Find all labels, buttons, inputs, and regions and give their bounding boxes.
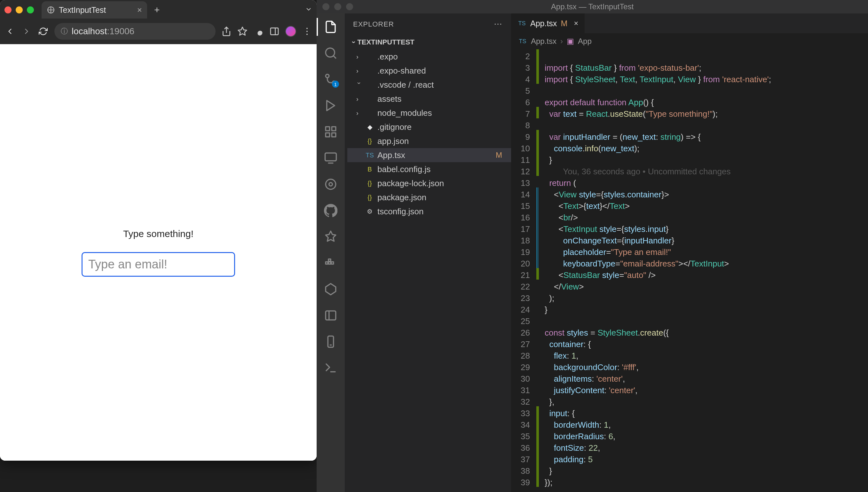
- close-tab-icon[interactable]: ×: [574, 19, 578, 28]
- minimize-window-button[interactable]: [334, 3, 341, 10]
- file-name: .gitignore: [377, 122, 412, 132]
- minimize-window-button[interactable]: [16, 6, 23, 14]
- folder-file-icon: [365, 94, 374, 103]
- tree-item-package-json[interactable]: {}package.json: [347, 190, 511, 204]
- live-share-icon[interactable]: [323, 229, 338, 244]
- explorer-icon[interactable]: [323, 19, 338, 34]
- new-tab-button[interactable]: +: [154, 4, 160, 15]
- svg-rect-17: [325, 153, 336, 161]
- svg-point-5: [306, 28, 308, 29]
- vscode-title: App.tsx — TextInputTest: [551, 2, 634, 11]
- svg-rect-23: [331, 262, 334, 264]
- svg-rect-16: [332, 133, 336, 137]
- svg-rect-13: [326, 127, 329, 130]
- profile-avatar[interactable]: [285, 26, 296, 37]
- chevron-right-icon: ›: [560, 37, 563, 46]
- sidebar-title: EXPLORER: [353, 20, 394, 28]
- browser-window: TextInputTest × + ⓘ localhost:19006: [0, 0, 316, 461]
- device-icon[interactable]: [323, 334, 338, 349]
- code-area[interactable]: 2345678910111213141516171819202122232425…: [511, 49, 868, 492]
- tree-item-package-lock-json[interactable]: {}package-lock.json: [347, 176, 511, 190]
- file-name: babel.config.js: [377, 165, 431, 174]
- modified-indicator: M: [561, 19, 567, 28]
- svg-rect-15: [326, 133, 329, 137]
- address-bar[interactable]: ⓘ localhost:19006: [54, 23, 215, 40]
- chevron-icon: ›: [356, 95, 362, 103]
- svg-rect-24: [329, 259, 331, 261]
- svg-rect-14: [332, 127, 336, 130]
- close-window-button[interactable]: [4, 6, 11, 14]
- tree-item-app-tsx[interactable]: TSApp.tsxM: [347, 148, 511, 162]
- vscode-window: App.tsx — TextInputTest 1: [316, 0, 868, 492]
- maximize-window-button[interactable]: [346, 3, 353, 10]
- file-name: app.json: [377, 136, 409, 146]
- source-control-icon[interactable]: 1: [323, 72, 338, 87]
- url-text: localhost:19006: [72, 26, 134, 36]
- tree-item--expo-shared[interactable]: ›.expo-shared: [347, 64, 511, 78]
- docker-icon[interactable]: [323, 255, 338, 271]
- forward-button[interactable]: [21, 26, 32, 37]
- tree-item-tsconfig-json[interactable]: ⚙tsconfig.json: [347, 204, 511, 219]
- modified-indicator: M: [496, 151, 506, 159]
- tab-favicon-icon: [47, 6, 55, 14]
- line-gutter: 2345678910111213141516171819202122232425…: [511, 49, 536, 492]
- reload-button[interactable]: [38, 26, 49, 37]
- file-tree: ›.expo›.expo-shared›.vscode / .react›ass…: [345, 50, 511, 219]
- symbol-icon: ▣: [567, 37, 574, 46]
- close-window-button[interactable]: [323, 3, 329, 10]
- svg-marker-12: [327, 100, 335, 111]
- project-root[interactable]: › TEXTINPUTTEST: [345, 35, 511, 50]
- chevron-icon: ›: [356, 67, 362, 75]
- site-info-icon[interactable]: ⓘ: [61, 27, 68, 36]
- folder-file-icon: [365, 52, 374, 61]
- chevron-icon: ›: [356, 109, 362, 117]
- tabs-dropdown-icon[interactable]: [305, 6, 312, 14]
- tree-item-app-json[interactable]: {}app.json: [347, 134, 511, 148]
- tree-item-node-modules[interactable]: ›node_modules: [347, 106, 511, 120]
- back-button[interactable]: [4, 26, 15, 37]
- svg-rect-26: [326, 311, 336, 320]
- maximize-window-button[interactable]: [27, 6, 34, 14]
- bookmark-icon[interactable]: [237, 26, 248, 36]
- breadcrumb[interactable]: TS App.tsx › ▣ App: [511, 33, 868, 49]
- browser-tab[interactable]: TextInputTest ×: [42, 1, 147, 19]
- tree-item--expo[interactable]: ›.expo: [347, 50, 511, 64]
- svg-point-6: [306, 31, 308, 32]
- svg-rect-22: [329, 262, 331, 264]
- share-icon[interactable]: [221, 26, 232, 36]
- run-debug-icon[interactable]: [323, 98, 338, 113]
- folder-file-icon: [365, 108, 374, 117]
- file-name: .expo-shared: [377, 66, 426, 76]
- tab-close-icon[interactable]: ×: [137, 5, 142, 15]
- project-manager-icon[interactable]: [323, 308, 338, 323]
- testing-icon[interactable]: [323, 177, 338, 192]
- github-icon[interactable]: [323, 203, 338, 218]
- terminal-icon[interactable]: [323, 360, 338, 375]
- folder-file-icon: [365, 80, 374, 89]
- tree-item--gitignore[interactable]: ◆.gitignore: [347, 120, 511, 134]
- kubernetes-icon[interactable]: [323, 281, 338, 297]
- menu-icon[interactable]: [302, 26, 312, 36]
- tree-item-assets[interactable]: ›assets: [347, 92, 511, 106]
- browser-chrome: TextInputTest × + ⓘ localhost:19006: [0, 0, 316, 44]
- chevron-icon: ›: [356, 53, 362, 60]
- search-icon[interactable]: [323, 45, 338, 61]
- sidepanel-icon[interactable]: [269, 26, 280, 36]
- chevron-icon: ›: [356, 82, 363, 88]
- extensions-icon[interactable]: [253, 26, 263, 36]
- code-lines[interactable]: import { StatusBar } from 'expo-status-b…: [539, 49, 868, 492]
- editor-tabs: TS App.tsx M ×: [511, 14, 868, 33]
- extensions-view-icon[interactable]: [323, 124, 338, 140]
- vscode-window-controls: [323, 3, 353, 10]
- remote-icon[interactable]: [323, 150, 338, 166]
- sidebar-more-icon[interactable]: ⋯: [494, 19, 503, 29]
- tree-item--vscode----react[interactable]: ›.vscode / .react: [347, 78, 511, 92]
- ts-file-icon: TS: [517, 19, 527, 28]
- svg-rect-21: [326, 262, 328, 264]
- tsconf-file-icon: ⚙: [365, 207, 374, 216]
- editor-tab[interactable]: TS App.tsx M ×: [511, 14, 585, 33]
- page-content: Type something!: [0, 44, 316, 461]
- email-input[interactable]: [81, 252, 235, 277]
- svg-rect-3: [271, 28, 278, 34]
- tree-item-babel-config-js[interactable]: Bbabel.config.js: [347, 162, 511, 176]
